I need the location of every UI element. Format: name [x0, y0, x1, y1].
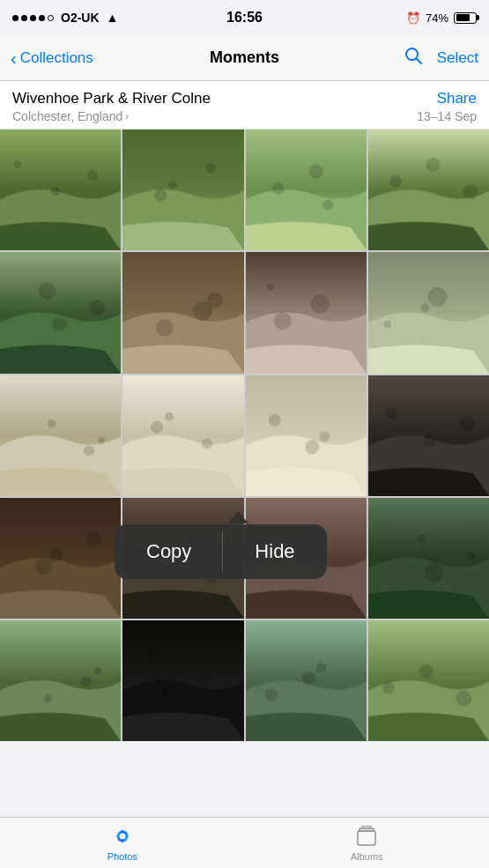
albums-tab-icon: [354, 824, 379, 849]
photo-cell[interactable]: [368, 252, 489, 373]
photo-cell[interactable]: [122, 252, 243, 373]
signal-dot-1: [12, 15, 19, 21]
photo-thumbnail: [368, 620, 489, 741]
photo-thumbnail: [368, 375, 489, 496]
photo-cell[interactable]: [0, 498, 121, 619]
wifi-icon: ▲: [107, 11, 119, 25]
carrier-label: O2-UK: [61, 11, 100, 25]
photo-thumbnail: [246, 252, 367, 373]
dim-overlay: [0, 498, 121, 619]
photo-cell[interactable]: [246, 252, 367, 373]
photo-cell[interactable]: [0, 252, 121, 373]
copy-button[interactable]: Copy: [115, 524, 223, 579]
signal-strength: [12, 15, 54, 21]
photo-thumbnail: [246, 620, 367, 741]
photo-cell[interactable]: [122, 130, 243, 250]
photo-cell[interactable]: [246, 620, 367, 741]
photo-thumbnail: [368, 130, 489, 250]
photo-cell[interactable]: [246, 375, 367, 496]
photo-cell[interactable]: [368, 498, 489, 619]
photo-grid: [0, 130, 489, 741]
photo-cell[interactable]: [246, 130, 367, 250]
context-menu[interactable]: Copy Hide: [115, 524, 327, 579]
location-text: Colchester, England: [12, 109, 122, 123]
photo-cell[interactable]: [368, 130, 489, 250]
signal-dot-3: [30, 15, 36, 21]
photo-thumbnail: [122, 620, 243, 741]
nav-bar: ‹ Collections Moments Select: [0, 35, 489, 81]
hide-button[interactable]: Hide: [223, 524, 326, 579]
photo-thumbnail: [0, 252, 121, 373]
photo-cell[interactable]: [0, 375, 121, 496]
photo-cell[interactable]: [0, 130, 121, 250]
section-title: Wivenhoe Park & River Colne: [12, 90, 211, 108]
signal-dot-5: [48, 15, 54, 21]
page-title: Moments: [210, 48, 279, 67]
nav-right: Select: [404, 46, 478, 70]
photos-tab-label: Photos: [107, 851, 137, 862]
section-sub-row: Colchester, England › 13–14 Sep: [12, 109, 477, 123]
photo-thumbnail: [0, 620, 121, 741]
section-location[interactable]: Colchester, England ›: [12, 109, 129, 123]
search-button[interactable]: [404, 46, 423, 70]
photo-cell[interactable]: [122, 620, 243, 741]
back-label: Collections: [20, 49, 93, 67]
photo-thumbnail: [122, 375, 243, 496]
dim-overlay: [368, 498, 489, 619]
back-chevron-icon: ‹: [11, 49, 17, 67]
section-date: 13–14 Sep: [417, 109, 477, 123]
section-header: Wivenhoe Park & River Colne Share Colche…: [0, 81, 489, 130]
photo-thumbnail: [0, 375, 121, 496]
back-button[interactable]: ‹ Collections: [11, 49, 93, 67]
battery-fill: [456, 14, 470, 21]
share-button[interactable]: Share: [437, 90, 477, 108]
photo-cell[interactable]: [122, 375, 243, 496]
signal-dot-2: [21, 15, 27, 21]
photos-tab-icon: [110, 824, 135, 849]
alarm-icon: ⏰: [406, 11, 420, 25]
svg-rect-7: [358, 831, 375, 845]
photo-thumbnail: [122, 130, 243, 250]
location-chevron-icon: ›: [125, 110, 129, 122]
select-button[interactable]: Select: [437, 49, 478, 67]
albums-tab-label: Albums: [351, 851, 383, 862]
svg-line-1: [416, 59, 421, 64]
signal-dot-4: [39, 15, 45, 21]
photo-thumbnail: [246, 375, 367, 496]
status-right: ⏰ 74%: [406, 11, 477, 25]
battery-percent: 74%: [426, 11, 448, 25]
photo-thumbnail: [368, 252, 489, 373]
photo-thumbnail: [0, 130, 121, 250]
status-time: 16:56: [226, 10, 263, 26]
tab-albums[interactable]: Albums: [245, 818, 490, 868]
status-bar: O2-UK ▲ 16:56 ⏰ 74%: [0, 0, 489, 35]
photo-thumbnail: [122, 252, 243, 373]
battery-icon: [454, 12, 477, 24]
photo-cell[interactable]: [368, 620, 489, 741]
photo-cell[interactable]: [0, 620, 121, 741]
photo-thumbnail: [246, 130, 367, 250]
status-left: O2-UK ▲: [12, 11, 118, 25]
section-title-row: Wivenhoe Park & River Colne Share: [12, 90, 477, 108]
tab-photos[interactable]: Photos: [0, 818, 245, 868]
tab-bar: Photos Albums: [0, 817, 489, 868]
svg-point-6: [119, 834, 125, 840]
svg-rect-9: [362, 827, 371, 829]
photo-cell[interactable]: [368, 375, 489, 496]
